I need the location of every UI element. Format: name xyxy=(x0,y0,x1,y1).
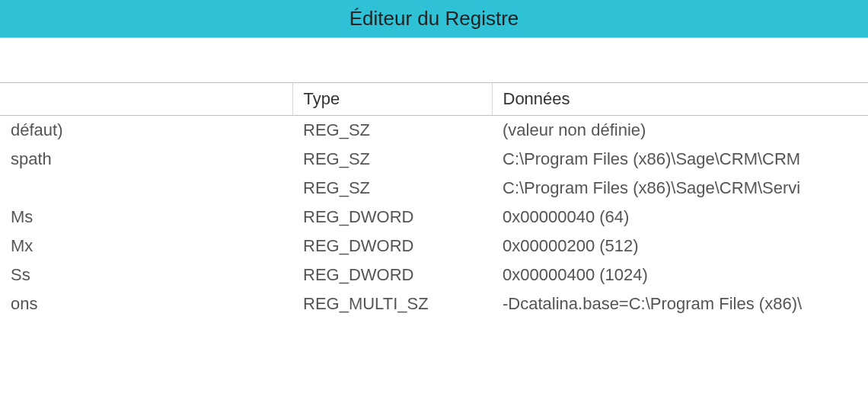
table-row[interactable]: onsREG_MULTI_SZ-Dcatalina.base=C:\Progra… xyxy=(0,289,868,318)
column-header-row: Type Données xyxy=(0,83,868,116)
cell-type: REG_SZ xyxy=(292,174,492,203)
cell-name: défaut) xyxy=(0,116,292,146)
cell-data: -Dcatalina.base=C:\Program Files (x86)\ xyxy=(492,289,868,318)
window-title: Éditeur du Registre xyxy=(349,7,519,30)
cell-data: C:\Program Files (x86)\Sage\CRM\Servi xyxy=(492,174,868,203)
cell-name: ons xyxy=(0,289,292,318)
cell-name: Ss xyxy=(0,261,292,289)
cell-name xyxy=(0,174,292,203)
table-row[interactable]: SsREG_DWORD0x00000400 (1024) xyxy=(0,261,868,289)
registry-value-list[interactable]: Type Données défaut)REG_SZ(valeur non dé… xyxy=(0,82,868,318)
cell-type: REG_DWORD xyxy=(292,232,492,261)
column-header-type[interactable]: Type xyxy=(292,83,492,116)
table-row[interactable]: spathREG_SZC:\Program Files (x86)\Sage\C… xyxy=(0,145,868,174)
cell-data: 0x00000400 (1024) xyxy=(492,261,868,289)
cell-type: REG_SZ xyxy=(292,145,492,174)
table-row[interactable]: défaut)REG_SZ(valeur non définie) xyxy=(0,116,868,146)
window-titlebar[interactable]: Éditeur du Registre xyxy=(0,0,868,38)
cell-data: 0x00000200 (512) xyxy=(492,232,868,261)
table-row[interactable]: MxREG_DWORD0x00000200 (512) xyxy=(0,232,868,261)
column-header-data[interactable]: Données xyxy=(492,83,868,116)
cell-name: Mx xyxy=(0,232,292,261)
cell-name: spath xyxy=(0,145,292,174)
menu-area xyxy=(0,38,868,82)
column-header-name[interactable] xyxy=(0,83,292,116)
cell-type: REG_SZ xyxy=(292,116,492,146)
cell-data: 0x00000040 (64) xyxy=(492,203,868,232)
cell-type: REG_DWORD xyxy=(292,203,492,232)
cell-type: REG_MULTI_SZ xyxy=(292,289,492,318)
cell-name: Ms xyxy=(0,203,292,232)
table-row[interactable]: REG_SZC:\Program Files (x86)\Sage\CRM\Se… xyxy=(0,174,868,203)
cell-data: (valeur non définie) xyxy=(492,116,868,146)
table-row[interactable]: MsREG_DWORD0x00000040 (64) xyxy=(0,203,868,232)
cell-data: C:\Program Files (x86)\Sage\CRM\CRM xyxy=(492,145,868,174)
cell-type: REG_DWORD xyxy=(292,261,492,289)
